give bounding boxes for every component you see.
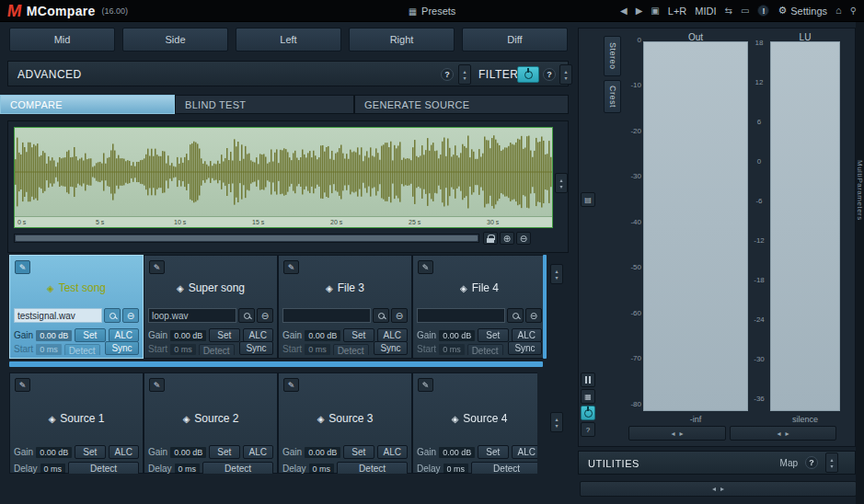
crest-button[interactable]: Crest	[604, 80, 621, 113]
set-button[interactable]: Set	[478, 445, 508, 459]
delay-value[interactable]: 0 ms	[40, 464, 66, 475]
source-slot[interactable]: ✎ ◈ Source 3 Gain 0.00 dB Set ALC Delay …	[278, 372, 412, 474]
melda-logo[interactable]: M	[6, 2, 23, 19]
start-value[interactable]: 0 ms	[36, 344, 62, 355]
set-button[interactable]: Set	[209, 445, 239, 459]
set-button[interactable]: Set	[343, 328, 374, 342]
channel-side-button[interactable]: Side	[122, 28, 228, 52]
home-icon[interactable]: ⌂	[835, 6, 842, 16]
waveform-hscrollbar[interactable]	[14, 234, 479, 243]
file-slot[interactable]: ✎ ◈ Super song ⊖ Gain 0.00 dB Set ALC St…	[144, 255, 278, 359]
advanced-stepper[interactable]: ▴ ▾	[458, 64, 471, 85]
source-slot[interactable]: ✎ ◈ Source 1 Gain 0.00 dB Set ALC Delay …	[9, 372, 144, 474]
file-slot[interactable]: ✎ ◈ File 4 ⊖ Gain 0.00 dB Set ALC Start …	[412, 255, 547, 359]
filename-input[interactable]	[14, 308, 102, 323]
pause-button[interactable]	[581, 372, 595, 387]
filter-stepper[interactable]: ▴ ▾	[559, 64, 572, 85]
zoom-out-button[interactable]: ⊖	[516, 232, 531, 245]
set-button[interactable]: Set	[343, 445, 374, 459]
set-button[interactable]: Set	[209, 328, 239, 342]
out-meter-mode-button[interactable]: ◂ ▸	[628, 426, 726, 441]
settings-button[interactable]: ⚙ Settings	[778, 5, 827, 17]
detect-button[interactable]: Detect	[333, 344, 369, 355]
set-button[interactable]: Set	[75, 445, 105, 459]
alc-button[interactable]: ALC	[243, 328, 273, 342]
delay-value[interactable]: 0 ms	[444, 464, 469, 475]
detect-button[interactable]: Detect	[68, 462, 139, 474]
zoom-in-button[interactable]: ⊕	[500, 232, 514, 245]
gain-value[interactable]: 0.00 dB	[439, 330, 475, 341]
files-vscrollbar[interactable]	[543, 255, 547, 359]
sync-button[interactable]: Sync	[239, 341, 273, 355]
channel-right-button[interactable]: Right	[349, 28, 455, 52]
waveform-stepper[interactable]: ▴ ▾	[555, 173, 568, 193]
meter-power-button[interactable]	[581, 406, 595, 420]
previous-preset-icon[interactable]: ◀	[620, 6, 628, 16]
sync-button[interactable]: Sync	[374, 341, 408, 355]
files-stepper[interactable]: ▴ ▾	[550, 264, 563, 284]
lu-meter-mode-button[interactable]: ◂ ▸	[730, 426, 836, 441]
set-button[interactable]: Set	[75, 328, 105, 342]
next-preset-icon[interactable]: ▶	[636, 6, 643, 16]
edit-button[interactable]: ✎	[149, 378, 165, 392]
delay-value[interactable]: 0 ms	[175, 464, 201, 475]
lu-meter-bar[interactable]	[770, 41, 840, 411]
utilities-label[interactable]: UTILITIES	[588, 458, 639, 469]
zoom-lock-button[interactable]	[483, 232, 498, 245]
edit-button[interactable]: ✎	[15, 260, 30, 274]
keyboard-button[interactable]: ▤	[581, 192, 595, 207]
tab-compare[interactable]: COMPARE	[0, 95, 175, 114]
advanced-label[interactable]: ADVANCED	[17, 68, 82, 81]
waveform-display[interactable]: 0 s 5 s 10 s 15 s 20 s 25 s 30 s	[14, 127, 553, 228]
detect-button[interactable]: Detect	[337, 462, 408, 474]
monitor-icon[interactable]: ▭	[741, 6, 749, 16]
alc-button[interactable]: ALC	[109, 445, 139, 459]
source-slot[interactable]: ✎ ◈ Source 4 Gain 0.00 dB Set ALC Delay …	[412, 372, 537, 474]
filter-power-button[interactable]	[517, 66, 539, 83]
map-button[interactable]: Map	[780, 458, 798, 468]
alc-button[interactable]: ALC	[512, 328, 542, 342]
film-button[interactable]: ▦	[581, 389, 595, 404]
info-icon[interactable]: !	[757, 5, 769, 17]
gain-value[interactable]: 0.00 dB	[170, 330, 206, 341]
filename-input[interactable]	[417, 308, 505, 323]
delay-value[interactable]: 0 ms	[309, 464, 335, 475]
meter-help-button[interactable]: ?	[581, 422, 595, 437]
gain-value[interactable]: 0.00 dB	[305, 447, 340, 458]
multiparameters-strip[interactable]: MultiParameters	[856, 22, 864, 504]
detect-button[interactable]: Detect	[471, 462, 537, 474]
start-value[interactable]: 0 ms	[305, 344, 330, 355]
presets-button[interactable]: ▦ Presets	[409, 0, 456, 22]
stereo-button[interactable]: Stereo	[604, 36, 621, 76]
tab-generate-source[interactable]: GENERATE SOURCE	[354, 95, 569, 114]
scrollbar-thumb[interactable]	[16, 235, 478, 241]
detect-button[interactable]: Detect	[64, 344, 100, 355]
file-slot[interactable]: ✎ ◈ Test song ⊖ Gain 0.00 dB Set ALC Sta…	[9, 255, 144, 359]
pin-icon[interactable]: ⚲	[850, 6, 857, 16]
edit-button[interactable]: ✎	[283, 378, 299, 392]
channel-diff-button[interactable]: Diff	[462, 28, 568, 52]
sync-button[interactable]: Sync	[508, 341, 542, 355]
alc-button[interactable]: ALC	[109, 328, 139, 342]
alc-button[interactable]: ALC	[512, 445, 537, 459]
out-meter-bar[interactable]	[643, 41, 748, 411]
gain-value[interactable]: 0.00 dB	[439, 447, 475, 458]
sync-button[interactable]: Sync	[105, 341, 139, 355]
search-file-button[interactable]	[507, 308, 524, 323]
bottom-expander-button[interactable]: ◂ ▸	[580, 481, 857, 497]
edit-button[interactable]: ✎	[15, 378, 30, 392]
start-value[interactable]: 0 ms	[170, 344, 196, 355]
source-slot[interactable]: ✎ ◈ Source 2 Gain 0.00 dB Set ALC Delay …	[144, 372, 278, 474]
gain-value[interactable]: 0.00 dB	[36, 447, 72, 458]
remove-file-button[interactable]: ⊖	[122, 308, 139, 323]
edit-button[interactable]: ✎	[149, 260, 165, 274]
search-file-button[interactable]	[104, 308, 121, 323]
loop-icon[interactable]: ⇆	[725, 6, 732, 16]
gain-value[interactable]: 0.00 dB	[305, 330, 340, 341]
set-button[interactable]: Set	[478, 328, 508, 342]
alc-button[interactable]: ALC	[243, 445, 273, 459]
utilities-stepper[interactable]: ▴ ▾	[825, 452, 838, 473]
utilities-help-icon[interactable]: ?	[805, 456, 818, 469]
remove-file-button[interactable]: ⊖	[525, 308, 542, 323]
tab-blind-test[interactable]: BLIND TEST	[175, 95, 354, 114]
